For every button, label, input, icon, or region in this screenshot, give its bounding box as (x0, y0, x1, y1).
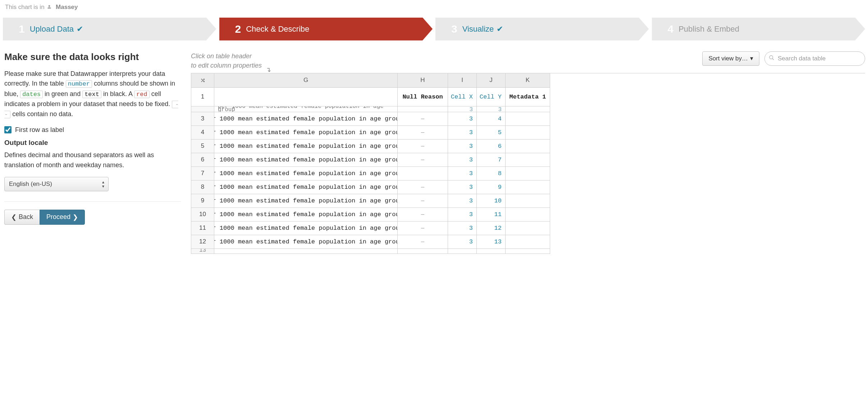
table-row-peek (448, 249, 477, 254)
table-cell[interactable]: – (398, 221, 448, 235)
row-number[interactable]: 11 (191, 221, 214, 235)
table-cell[interactable]: 3 (448, 235, 477, 249)
table-cell[interactable]: – (398, 112, 448, 126)
table-cell[interactable]: 10 (477, 194, 506, 208)
data-table: ⤭GHIJK1Null ReasonCell XCell YMetadata 1… (191, 73, 865, 254)
row-number[interactable]: 7 (191, 167, 214, 181)
table-cell[interactable]: 4 (477, 112, 506, 126)
table-cell[interactable]: per 1000 mean estimated female populatio… (214, 194, 398, 208)
table-cell[interactable]: per 1000 mean estimated female populatio… (214, 153, 398, 167)
table-cell[interactable] (398, 167, 448, 181)
sort-view-button[interactable]: Sort view by… ▾ (702, 51, 759, 66)
column-header[interactable]: I (448, 73, 477, 88)
column-header[interactable]: G (214, 73, 398, 88)
search-icon (769, 55, 775, 62)
breadcrumb-folder[interactable]: Massey (56, 4, 78, 10)
table-cell[interactable]: 6 (477, 140, 506, 153)
search-input[interactable] (764, 51, 865, 66)
table-cell[interactable]: per 1000 mean estimated female populatio… (214, 208, 398, 221)
table-cell[interactable]: 3 (448, 140, 477, 153)
chevron-left-icon: ❮ (11, 213, 17, 221)
transpose-button[interactable]: ⤭ (191, 73, 214, 88)
column-header[interactable]: H (398, 73, 448, 88)
table-cell[interactable] (506, 194, 550, 208)
table-cell[interactable] (506, 208, 550, 221)
row-number[interactable]: 4 (191, 126, 214, 140)
page-title: Make sure the data looks right (4, 51, 181, 63)
table-cell[interactable]: – (398, 126, 448, 140)
table-cell[interactable]: 8 (477, 167, 506, 181)
arrow-icon: ↴ (266, 66, 271, 73)
first-row-as-label-text[interactable]: First row as label (15, 126, 64, 134)
caret-down-icon: ▾ (750, 55, 753, 62)
table-cell[interactable]: per 1000 mean estimated female populatio… (214, 221, 398, 235)
table-cell[interactable]: – (398, 181, 448, 194)
table-cell[interactable]: per 1000 mean estimated female populatio… (214, 167, 398, 181)
number-chip: number (66, 80, 92, 88)
row-number[interactable]: 9 (191, 194, 214, 208)
table-cell[interactable] (506, 112, 550, 126)
table-cell[interactable]: per 1000 mean estimated female populatio… (214, 181, 398, 194)
row-number[interactable]: 8 (191, 181, 214, 194)
locale-select[interactable]: English (en-US) (4, 177, 109, 191)
table-cell[interactable]: 3 (448, 194, 477, 208)
proceed-button[interactable]: Proceed ❯ (40, 210, 85, 225)
table-cell[interactable]: – (398, 235, 448, 249)
table-cell[interactable] (506, 167, 550, 181)
step-check-describe[interactable]: 2 Check & Describe (219, 18, 433, 41)
step-visualize[interactable]: 3 Visualize ✔ (435, 18, 649, 41)
table-cell[interactable]: 5 (477, 126, 506, 140)
table-cell[interactable]: 3 (448, 208, 477, 221)
row-number[interactable]: 3 (191, 112, 214, 126)
back-button[interactable]: ❮ Back (4, 210, 40, 225)
table-cell[interactable]: 3 (448, 181, 477, 194)
table-header-cell[interactable]: Cell X (448, 88, 477, 106)
table-header-cell[interactable] (214, 88, 398, 106)
table-cell[interactable]: 3 (448, 153, 477, 167)
wizard-steps: 1 Upload Data ✔ 2 Check & Describe 3 Vis… (3, 18, 865, 41)
table-row-peek (214, 249, 398, 254)
table-row-peek: per 1000 mean estimated female populatio… (214, 106, 398, 112)
table-cell[interactable]: 3 (448, 221, 477, 235)
table-header-cell[interactable]: Metadata 1 (506, 88, 550, 106)
row-number[interactable]: 6 (191, 153, 214, 167)
table-cell[interactable]: – (398, 208, 448, 221)
table-header-cell[interactable]: Null Reason (398, 88, 448, 106)
table-cell[interactable]: 9 (477, 181, 506, 194)
table-cell[interactable] (506, 221, 550, 235)
table-cell[interactable] (506, 181, 550, 194)
divider (4, 201, 181, 202)
table-cell[interactable]: – (398, 153, 448, 167)
header-hint: Click on table header to edit column pro… (191, 51, 269, 70)
table-cell[interactable]: 12 (477, 221, 506, 235)
table-cell[interactable] (506, 153, 550, 167)
table-cell[interactable]: 3 (448, 112, 477, 126)
table-cell[interactable]: 3 (448, 126, 477, 140)
transpose-icon: ⤭ (200, 77, 205, 84)
table-cell[interactable]: per 1000 mean estimated female populatio… (214, 235, 398, 249)
row-number[interactable]: 1 (191, 88, 214, 106)
column-header[interactable]: J (477, 73, 506, 88)
table-cell[interactable]: 7 (477, 153, 506, 167)
table-cell[interactable] (506, 235, 550, 249)
table-cell[interactable]: 13 (477, 235, 506, 249)
table-cell[interactable]: per 1000 mean estimated female populatio… (214, 140, 398, 153)
table-cell[interactable]: per 1000 mean estimated female populatio… (214, 112, 398, 126)
table-cell[interactable]: 11 (477, 208, 506, 221)
table-cell[interactable]: 3 (448, 167, 477, 181)
table-cell[interactable]: per 1000 mean estimated female populatio… (214, 126, 398, 140)
table-header-cell[interactable]: Cell Y (477, 88, 506, 106)
row-number[interactable]: 5 (191, 140, 214, 153)
row-number[interactable]: 12 (191, 235, 214, 249)
table-cell[interactable] (506, 126, 550, 140)
row-number[interactable]: 10 (191, 208, 214, 221)
step-upload-data[interactable]: 1 Upload Data ✔ (3, 18, 216, 41)
step-publish-embed[interactable]: 4 Publish & Embed (652, 18, 865, 41)
table-cell[interactable] (506, 140, 550, 153)
table-row-peek (506, 106, 550, 112)
table-cell[interactable]: – (398, 140, 448, 153)
locale-description: Defines decimal and thousand separators … (4, 150, 181, 170)
table-cell[interactable]: – (398, 194, 448, 208)
column-header[interactable]: K (506, 73, 550, 88)
first-row-as-label-checkbox[interactable] (4, 126, 12, 133)
